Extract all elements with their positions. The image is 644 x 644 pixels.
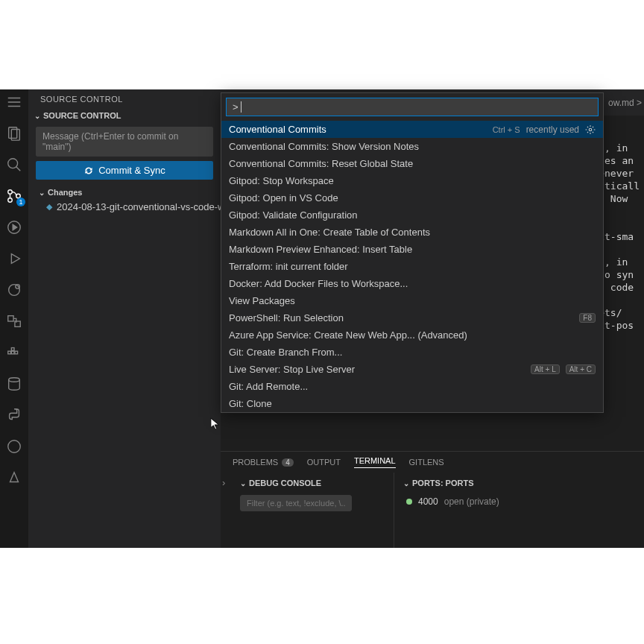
remote-icon[interactable] [5,312,23,330]
gear-icon [585,124,596,135]
svg-rect-14 [11,348,14,351]
run-debug-icon[interactable] [5,218,23,236]
panel-tabs: PROBLEMS 4 OUTPUT TERMINAL GITLENS [221,452,644,473]
port-status-dot [406,499,412,505]
source-control-icon[interactable]: 1 [5,187,23,205]
play-icon[interactable] [5,250,23,268]
svg-point-4 [8,198,13,203]
extensions-icon[interactable] [5,281,23,299]
command-item[interactable]: Gitpod: Open in VS Code [221,189,603,206]
svg-rect-12 [11,351,14,354]
tab-gitlens[interactable]: GITLENS [409,456,444,468]
port-item[interactable]: 4000 open (private) [403,490,635,513]
svg-rect-13 [15,351,18,354]
svg-point-15 [9,378,20,382]
svg-point-3 [8,190,13,195]
ports-header[interactable]: ⌄ PORTS: PORTS [403,476,635,490]
sidebar-title: SOURCE CONTROL [28,89,221,109]
command-item[interactable]: Markdown Preview Enhanced: Insert Table [221,241,603,258]
svg-point-7 [9,285,20,296]
command-palette: > Conventional CommitsCtrl + Srecently u… [221,92,604,413]
command-item[interactable]: Conventional CommitsCtrl + Srecently use… [221,121,603,138]
debug-console-panel: ⌄ DEBUG CONSOLE [234,473,394,548]
changes-section[interactable]: ⌄ Changes [28,186,221,199]
github-icon[interactable] [5,438,23,455]
command-item[interactable]: Conventional Commits: Reset Global State [221,155,603,172]
command-item[interactable]: Azure App Service: Create New Web App...… [221,326,603,344]
command-palette-list: Conventional CommitsCtrl + Srecently use… [221,121,603,412]
commit-message-input[interactable]: Message (Ctrl+Enter to commit on "main") [36,127,213,157]
ports-panel: ⌄ PORTS: PORTS 4000 open (private) [394,473,644,548]
command-item[interactable]: Git: Clone [221,395,603,412]
command-item[interactable]: Git: Add Remote... [221,378,603,395]
activity-bar: 1 [0,89,28,548]
command-item[interactable]: Git: Create Branch From... [221,344,603,361]
scm-badge: 1 [16,198,25,206]
chevron-down-icon: ⌄ [39,189,45,197]
command-palette-input[interactable]: > [226,98,599,116]
search-icon[interactable] [5,156,23,174]
svg-point-2 [8,159,18,168]
docker-icon[interactable] [5,344,23,362]
command-item[interactable]: Terraform: init current folder [221,258,603,275]
debug-console-header[interactable]: ⌄ DEBUG CONSOLE [240,476,388,490]
command-item[interactable]: View Packages [221,292,603,309]
tab-problems[interactable]: PROBLEMS 4 [233,456,294,468]
debug-filter-input[interactable] [240,495,352,511]
svg-rect-10 [15,321,20,326]
command-item[interactable]: Live Server: Stop Live ServerAlt + LAlt … [221,361,603,378]
explorer-icon[interactable] [5,124,23,142]
menu-icon[interactable] [5,93,23,111]
command-item[interactable]: Docker: Add Docker Files to Workspace... [221,275,603,292]
source-control-sidebar: SOURCE CONTROL ⌄ SOURCE CONTROL Message … [28,89,221,548]
azure-icon[interactable] [5,469,23,487]
tab-terminal[interactable]: TERMINAL [354,456,396,468]
chevron-right-icon[interactable]: › [221,473,234,548]
tab-output[interactable]: OUTPUT [307,456,341,468]
command-item[interactable]: PowerShell: Run SelectionF8 [221,309,603,326]
python-icon[interactable] [5,406,23,424]
sync-icon [83,165,94,176]
command-item[interactable]: Markdown All in One: Create Table of Con… [221,224,603,241]
chevron-down-icon: ⌄ [34,112,40,120]
svg-rect-9 [8,316,13,321]
command-item[interactable]: Conventional Commits: Show Version Notes [221,138,603,155]
markdown-file-icon: ◆ [46,202,52,212]
editor-tab[interactable]: ow.md > [608,98,642,108]
commit-sync-button[interactable]: Commit & Sync [36,161,213,180]
source-control-section[interactable]: ⌄ SOURCE CONTROL [28,109,221,122]
svg-point-17 [589,128,592,131]
problems-badge: 4 [282,458,294,467]
command-item[interactable]: Gitpod: Stop Workspace [221,172,603,189]
svg-rect-11 [8,351,11,354]
database-icon[interactable] [5,375,23,393]
command-item[interactable]: Gitpod: Validate Configuration [221,206,603,224]
bottom-panel: PROBLEMS 4 OUTPUT TERMINAL GITLENS › ⌄ D… [221,451,644,548]
changed-file-item[interactable]: ◆ 2024-08-13-git-conventional-vs-code-wo… [28,199,221,215]
svg-point-16 [8,441,21,453]
